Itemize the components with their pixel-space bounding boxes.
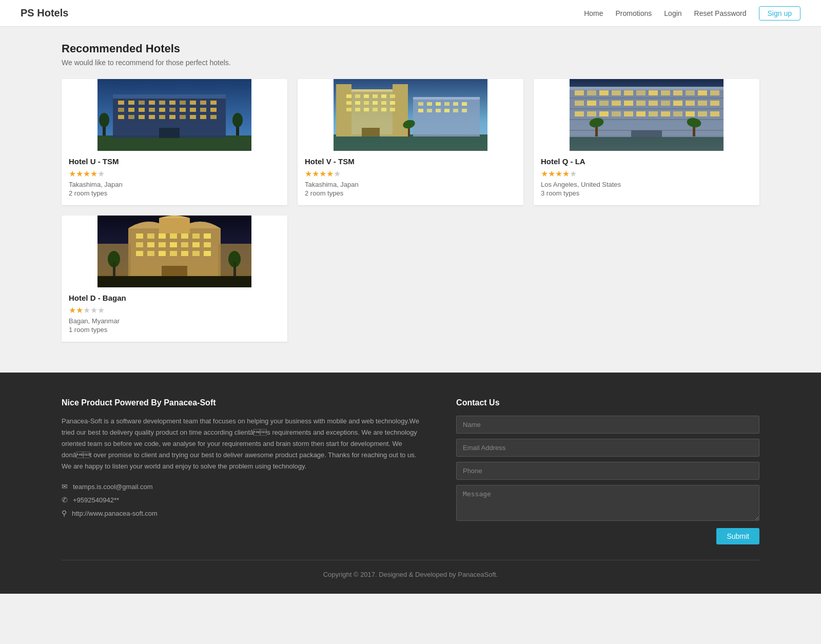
section-subtitle: We would like to recommend for those per… (62, 58, 759, 67)
hotel-card-3[interactable]: Hotel Q - LA ★★★★★ Los Angeles, United S… (534, 79, 759, 205)
svg-rect-103 (612, 101, 621, 106)
hotel-image-3 (534, 79, 759, 151)
svg-rect-55 (381, 101, 386, 105)
footer-email: teamps.is.cool@gmail.com (73, 483, 153, 491)
svg-rect-18 (159, 108, 165, 112)
svg-rect-107 (661, 101, 670, 106)
svg-rect-106 (649, 101, 658, 106)
svg-rect-53 (364, 101, 369, 105)
hotel-1-location: Takashima, Japan (69, 181, 280, 188)
hotel-image-4 (62, 216, 287, 287)
footer-website-item: ⚲ http://www.panacea-soft.com (62, 509, 425, 517)
svg-rect-121 (686, 111, 695, 116)
svg-point-158 (108, 251, 120, 267)
contact-submit-button[interactable]: Submit (716, 528, 759, 544)
svg-rect-45 (346, 94, 351, 98)
footer-copyright: Copyright © 2017. Designed & Developed b… (62, 560, 759, 578)
hotel-1-rooms: 2 room types (69, 189, 280, 197)
svg-rect-124 (631, 130, 662, 137)
svg-rect-54 (373, 101, 378, 105)
svg-rect-120 (673, 111, 682, 116)
svg-rect-91 (612, 90, 621, 95)
svg-rect-74 (436, 109, 441, 112)
hotel-2-rooms: 2 room types (305, 189, 516, 197)
svg-rect-51 (346, 101, 351, 105)
contact-message-input[interactable] (456, 485, 759, 521)
svg-rect-59 (364, 108, 369, 111)
nav-login[interactable]: Login (664, 9, 681, 17)
svg-rect-66 (418, 102, 423, 106)
hotel-3-name: Hotel Q - LA (541, 157, 752, 166)
svg-rect-136 (170, 233, 177, 239)
svg-rect-112 (575, 111, 584, 116)
svg-rect-84 (570, 97, 724, 99)
contact-form: Submit (456, 416, 759, 544)
svg-rect-111 (710, 101, 719, 106)
svg-rect-153 (204, 251, 211, 256)
contact-phone-input[interactable] (456, 462, 759, 480)
footer-left: Nice Product Powered By Panacea-Soft Pan… (62, 398, 425, 544)
phone-icon: ✆ (62, 496, 68, 504)
signup-button[interactable]: Sign up (759, 6, 800, 21)
footer-contact-section: Contact Us Submit (456, 398, 759, 544)
svg-rect-140 (136, 242, 143, 247)
svg-rect-116 (624, 111, 633, 116)
svg-rect-152 (192, 251, 200, 256)
hotel-grid: Hotel U - TSM ★★★★★ Takashima, Japan 2 r… (62, 79, 759, 342)
svg-rect-104 (624, 101, 633, 106)
svg-rect-147 (136, 251, 143, 256)
svg-rect-47 (364, 94, 369, 98)
nav-reset-password[interactable]: Reset Password (694, 9, 747, 17)
svg-rect-77 (462, 109, 467, 112)
svg-rect-83 (570, 87, 724, 90)
svg-rect-19 (169, 108, 175, 112)
svg-rect-89 (587, 90, 596, 95)
contact-us-heading: Contact Us (456, 398, 759, 407)
hotel-4-name: Hotel D - Bagan (69, 294, 280, 302)
svg-rect-29 (169, 115, 175, 119)
nav-promotions[interactable]: Promotions (616, 9, 652, 17)
svg-rect-122 (698, 111, 707, 116)
footer-email-item: ✉ teamps.is.cool@gmail.com (62, 482, 425, 491)
svg-rect-109 (686, 101, 695, 106)
svg-rect-88 (575, 90, 584, 95)
svg-rect-48 (373, 94, 378, 98)
hotel-4-location: Bagan, Myanmar (69, 317, 280, 325)
svg-rect-99 (710, 90, 719, 95)
svg-rect-61 (381, 108, 386, 111)
svg-rect-137 (181, 233, 188, 239)
svg-rect-95 (661, 90, 670, 95)
contact-name-input[interactable] (456, 416, 759, 434)
email-icon: ✉ (62, 482, 68, 491)
hotel-card-4[interactable]: Hotel D - Bagan ★★★★★ Bagan, Myanmar 1 r… (62, 216, 287, 342)
svg-rect-148 (147, 251, 154, 256)
svg-rect-115 (612, 111, 621, 116)
svg-rect-97 (686, 90, 695, 95)
svg-rect-49 (381, 94, 386, 98)
svg-rect-114 (599, 111, 609, 116)
svg-rect-40 (334, 134, 487, 151)
svg-rect-71 (462, 102, 467, 106)
footer-description: Panacea-Soft is a software development t… (62, 416, 425, 472)
footer-phone: +9592540942** (73, 496, 119, 504)
svg-rect-143 (170, 242, 177, 247)
svg-rect-73 (427, 109, 432, 112)
svg-rect-149 (159, 251, 166, 256)
svg-rect-113 (587, 111, 596, 116)
copyright-text: Copyright © 2017. Designed & Developed b… (323, 571, 498, 578)
svg-rect-135 (159, 233, 166, 239)
svg-rect-93 (636, 90, 646, 95)
hotel-4-rooms: 1 room types (69, 326, 280, 334)
hotel-card-2[interactable]: Hotel V - TSM ★★★★★ Takashima, Japan 2 r… (298, 79, 523, 205)
hotel-2-location: Takashima, Japan (305, 181, 516, 188)
svg-rect-96 (673, 90, 682, 95)
nav-home[interactable]: Home (584, 9, 603, 17)
svg-rect-150 (170, 251, 177, 256)
contact-email-input[interactable] (456, 439, 759, 457)
svg-rect-13 (210, 101, 217, 105)
svg-rect-31 (190, 115, 196, 119)
svg-rect-117 (636, 111, 646, 116)
hotel-1-name: Hotel U - TSM (69, 157, 280, 166)
hotel-card-1[interactable]: Hotel U - TSM ★★★★★ Takashima, Japan 2 r… (62, 79, 287, 205)
svg-rect-132 (159, 218, 190, 233)
